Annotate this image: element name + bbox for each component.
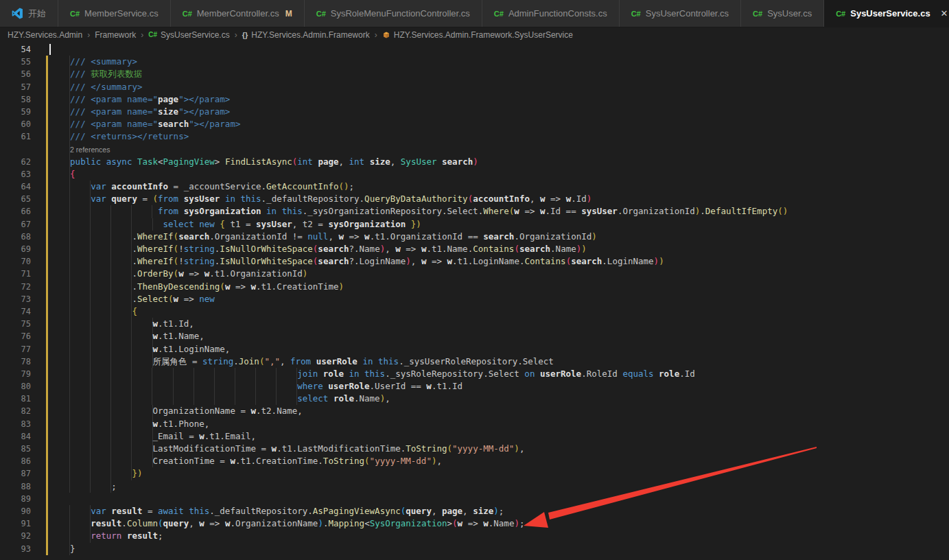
code-text[interactable]: } xyxy=(49,543,75,555)
code-text[interactable]: /// <param name="size"></param> xyxy=(49,106,230,118)
tab-memberservice-cs[interactable]: C#MemberService.cs xyxy=(58,0,171,27)
token: ) xyxy=(591,231,597,242)
code-text[interactable]: 所属角色 = string.Join(",", from userRole in… xyxy=(49,355,554,368)
token: ; xyxy=(519,518,525,528)
token: ) xyxy=(654,256,659,266)
code-text[interactable]: /// 获取列表数据 xyxy=(49,68,142,80)
token: /// <returns></returns> xyxy=(70,131,189,141)
token: , xyxy=(436,456,442,466)
code-text[interactable]: where userRole.UserId == w.t1.Id xyxy=(49,380,462,393)
tab-sysuser-cs[interactable]: C#SysUser.cs xyxy=(741,0,824,27)
tab--[interactable]: 开始 xyxy=(0,0,58,27)
token: await this xyxy=(158,506,209,516)
line-number: 60 xyxy=(0,118,31,130)
breadcrumb-item[interactable]: Framework xyxy=(95,30,136,40)
breadcrumb-label: HZY.Services.Admin.Framework.SysUserServ… xyxy=(394,30,573,40)
code-text[interactable]: .Select(w => new xyxy=(49,293,215,305)
code-text[interactable]: /// <returns></returns> xyxy=(49,130,189,143)
code-text[interactable]: ; xyxy=(49,480,117,493)
code-text[interactable]: { xyxy=(49,305,137,318)
code-text[interactable]: /// <param name="page"></param> xyxy=(49,93,230,106)
code-text[interactable]: { xyxy=(49,168,75,180)
code-text[interactable]: 2 references xyxy=(49,143,110,156)
code-text[interactable]: _Email = w.t1.Email, xyxy=(49,430,256,443)
csharp-file-icon: C# xyxy=(836,10,845,18)
code-text[interactable]: .WhereIf(search.OrganizationId != null, … xyxy=(49,231,597,243)
gutter xyxy=(31,380,49,393)
tab-label: MemberController.cs xyxy=(197,8,279,19)
change-indicator-bar xyxy=(46,106,48,118)
token: ( xyxy=(452,518,458,528)
tab-sysrolemenufunctioncontroller-cs[interactable]: C#SysRoleMenuFunctionController.cs xyxy=(305,0,482,27)
code-editor[interactable]: 5455/// <summary>56/// 获取列表数据57/// </sum… xyxy=(0,42,949,555)
gutter xyxy=(31,355,49,368)
token: ) xyxy=(303,268,308,279)
code-line: 78所属角色 = string.Join(",", from userRole … xyxy=(0,355,949,368)
token: DefaultIfEmpty xyxy=(705,206,777,216)
code-text[interactable]: var result = await this._defaultReposito… xyxy=(49,505,504,517)
tab-adminfunctionconsts-cs[interactable]: C#AdminFunctionConsts.cs xyxy=(482,0,620,27)
code-text[interactable]: from sysOrganization in this._sysOrganiz… xyxy=(49,205,788,218)
code-text[interactable]: CreationTime = w.t1.CreationTime.ToStrin… xyxy=(49,455,442,467)
indent-guides xyxy=(49,505,91,517)
line-number: 61 xyxy=(0,130,31,143)
token: Select xyxy=(137,294,168,304)
code-text[interactable]: LastModificationTime = w.t1.LastModifica… xyxy=(49,443,524,455)
code-line: 81select role.Name), xyxy=(0,393,949,405)
code-text[interactable]: w.t1.Id, xyxy=(49,318,194,330)
token: SysOrganization xyxy=(370,518,447,528)
breadcrumb-item[interactable]: C#SysUserService.cs xyxy=(148,30,229,40)
code-text[interactable]: .ThenByDescending(w => w.t1.CreationTime… xyxy=(49,281,344,293)
token: w xyxy=(540,206,546,216)
token: w xyxy=(272,443,277,454)
code-text[interactable]: var accountInfo = _accountService.GetAcc… xyxy=(49,180,354,193)
code-text[interactable]: public async Task<PagingView> FindListAs… xyxy=(49,156,478,168)
token: userRole xyxy=(316,356,358,366)
code-text[interactable]: }) xyxy=(49,467,142,480)
line-number: 80 xyxy=(0,380,31,393)
token: ) xyxy=(338,281,344,292)
code-text[interactable]: OrganizationName = w.t2.Name, xyxy=(49,405,303,417)
code-text[interactable]: .WhereIf(!string.IsNullOrWhiteSpace(sear… xyxy=(49,243,587,255)
change-indicator-bar xyxy=(46,493,48,505)
code-line: 55/// <summary> xyxy=(0,56,949,68)
code-text[interactable]: .OrderBy(w => w.t1.OrganizationId) xyxy=(49,268,307,280)
token: . xyxy=(132,294,137,304)
code-text[interactable]: select new { t1 = sysUser, t2 = sysOrgan… xyxy=(49,218,421,231)
token: w xyxy=(153,419,159,429)
code-text[interactable]: result.Column(query, w => w.Organization… xyxy=(49,517,524,530)
code-text[interactable]: var query = (from sysUser in this._defau… xyxy=(49,193,591,205)
tab-sysuserservice-cs[interactable]: C#SysUserService.cs✕ xyxy=(824,0,949,27)
code-text[interactable]: join role in this._sysRoleRepository.Sel… xyxy=(49,368,695,380)
modified-badge: M xyxy=(285,9,292,19)
token: page xyxy=(442,506,462,516)
token: role xyxy=(333,393,354,404)
token: , xyxy=(339,156,349,167)
token: /// <summary> xyxy=(70,56,137,67)
close-icon[interactable]: ✕ xyxy=(941,8,948,19)
codelens-references[interactable]: 2 references xyxy=(70,145,110,154)
code-text[interactable]: select role.Name), xyxy=(49,393,390,405)
breadcrumb-item[interactable]: {}HZY.Services.Admin.Framework xyxy=(242,30,370,40)
token: "yyyy-MM-dd" xyxy=(452,443,514,454)
code-text[interactable]: /// </summary> xyxy=(49,81,142,93)
code-text[interactable]: return result; xyxy=(49,530,163,542)
change-indicator-bar xyxy=(46,156,48,168)
breadcrumb-item[interactable]: HZY.Services.Admin xyxy=(8,30,82,40)
token: w xyxy=(230,456,235,466)
token: .t1.Phone, xyxy=(158,419,209,429)
tab-membercontroller-cs[interactable]: C#MemberController.csM xyxy=(171,0,305,27)
token: /// xyxy=(70,69,91,79)
code-text[interactable]: w.t1.Phone, xyxy=(49,418,209,430)
gutter xyxy=(31,168,49,180)
breadcrumb-item[interactable]: HZY.Services.Admin.Framework.SysUserServ… xyxy=(382,30,573,40)
line-number: 63 xyxy=(0,168,31,180)
code-text[interactable]: /// <summary> xyxy=(49,56,137,68)
change-indicator-bar xyxy=(46,168,48,180)
tab-sysusercontroller-cs[interactable]: C#SysUserController.cs xyxy=(620,0,741,27)
token: .t2.Name, xyxy=(256,406,303,416)
code-text[interactable]: .WhereIf(!string.IsNullOrWhiteSpace(sear… xyxy=(49,255,664,268)
code-text[interactable]: w.t1.Name, xyxy=(49,330,204,342)
code-text[interactable]: /// <param name="search"></param> xyxy=(49,118,240,130)
code-text[interactable]: w.t1.LoginName, xyxy=(49,343,230,355)
